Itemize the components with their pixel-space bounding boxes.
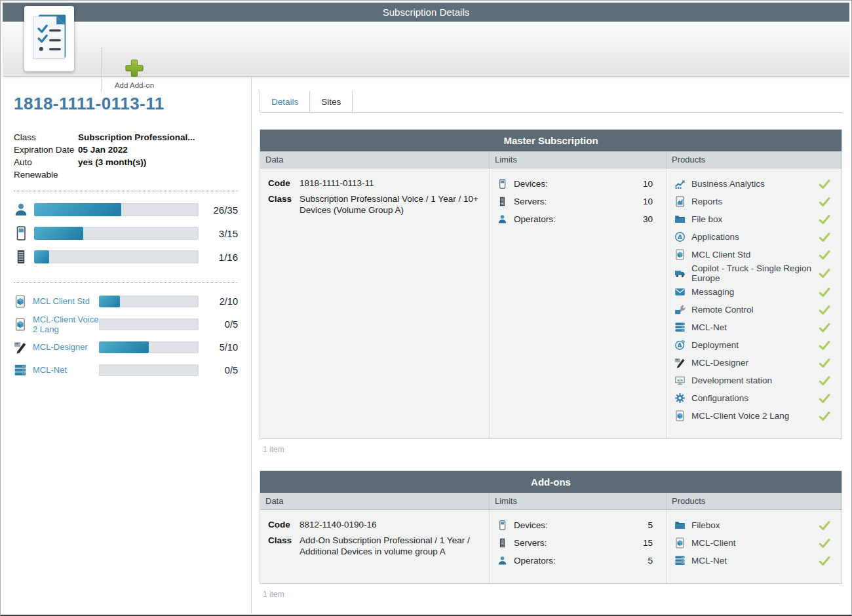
tab-details[interactable]: Details [260, 91, 310, 112]
usage-bar [34, 227, 199, 240]
limit-row: Servers: 15 [497, 534, 653, 552]
limit-row: Servers: 10 [497, 193, 653, 210]
sidebar-product-usage: MCL Client Std 2/10 MCL-Client Voice 2 L… [14, 283, 238, 381]
check-icon [818, 213, 831, 226]
product-usage-count: 2/10 [199, 296, 238, 307]
check-icon [818, 231, 831, 244]
product-link[interactable]: MCL-Designer [33, 342, 99, 352]
limit-label: Operators: [514, 556, 648, 566]
report-icon [674, 196, 686, 207]
check-icon [818, 392, 831, 405]
gear-icon [674, 393, 686, 404]
product-link[interactable]: MCL-Client Voice 2 Lang [33, 315, 99, 334]
check-icon [818, 356, 831, 370]
product-usage-count: 0/5 [199, 365, 238, 375]
check-icon [818, 321, 831, 334]
sidebar: 1818-1111-0113-11 Class Subscription Pro… [1, 77, 252, 613]
check-icon [818, 267, 831, 280]
svg-text:A: A [678, 342, 682, 349]
product-row: MCL-Client Voice 2 Lang [674, 407, 831, 425]
window-titlebar: Subscription Details [3, 3, 849, 22]
usage-summary: 26/35 3/15 [14, 191, 238, 273]
tab-sites[interactable]: Sites [310, 91, 353, 112]
usage-row: 1/16 [14, 245, 238, 269]
product-usage-row: MCL Client Std 2/10 [14, 290, 238, 313]
cube-icon [674, 410, 686, 421]
info-value: Subscription Professional... [78, 131, 195, 144]
product-usage-bar [99, 296, 199, 307]
cube-icon [14, 295, 27, 308]
limit-value: 10 [643, 179, 653, 189]
chart-icon [674, 178, 686, 189]
limit-label: Servers: [514, 538, 643, 548]
net-icon [14, 364, 27, 377]
product-label: MCL Client Std [691, 250, 818, 260]
addon-data-cell: Code 8812-1140-0190-16 Class Add-On Subs… [260, 510, 490, 583]
remote-icon [674, 304, 686, 315]
product-usage-count: 5/10 [199, 342, 238, 353]
folder-icon [674, 214, 686, 225]
svg-text:a/s: a/s [677, 378, 682, 382]
product-row: Copilot - Truck - Single Region Europe [674, 263, 831, 283]
server-icon [497, 197, 507, 206]
addons-column-headers: Data Limits Products [260, 493, 842, 510]
column-header-data: Data [260, 493, 490, 509]
cube-icon [674, 249, 686, 260]
product-row: Messaging [674, 283, 831, 301]
product-row: a/s Development station [674, 372, 831, 389]
product-link[interactable]: MCL-Net [33, 365, 99, 375]
svg-text:A: A [678, 234, 682, 241]
product-link[interactable]: MCL Client Std [33, 296, 99, 306]
product-row: Configurations [674, 389, 831, 407]
limit-value: 30 [643, 214, 653, 224]
operator-icon [497, 556, 507, 566]
product-label: MCL-Client Voice 2 Lang [691, 411, 818, 421]
cube-icon [674, 537, 686, 549]
net-icon [674, 322, 686, 333]
product-usage-row: MCL-Client Voice 2 Lang 0/5 [14, 313, 238, 336]
pen-icon [14, 341, 27, 354]
device-icon [497, 179, 507, 189]
check-icon [818, 303, 831, 317]
column-header-products: Products [667, 151, 842, 168]
master-subscription-title: Master Subscription [260, 130, 842, 151]
master-products-cell: Business Analytics Reports [667, 168, 842, 438]
usage-bar-fill [34, 203, 121, 216]
addon-row[interactable]: Code 8812-1140-0190-16 Class Add-On Subs… [260, 510, 842, 583]
product-label: Applications [691, 232, 818, 242]
product-row: A Deployment [674, 336, 831, 354]
info-row: Expiration Date 05 Jan 2022 [14, 144, 238, 156]
check-icon [818, 374, 831, 387]
product-label: File box [691, 214, 818, 224]
window-title: Subscription Details [383, 7, 470, 18]
code-label: Code [268, 178, 300, 189]
column-header-limits: Limits [490, 151, 667, 168]
class-label: Class [268, 535, 300, 557]
limit-value: 5 [648, 520, 653, 530]
deploy-icon: A [674, 339, 686, 351]
cube-icon [14, 318, 27, 331]
column-header-products: Products [667, 493, 842, 509]
toolbar: Add Add-on [3, 22, 849, 77]
product-label: Business Analytics [691, 179, 818, 189]
usage-row: 26/35 [14, 198, 238, 221]
check-icon [818, 410, 831, 423]
class-field: Class Add-On Subscription Professional /… [268, 535, 481, 557]
limit-label: Devices: [514, 520, 648, 530]
product-label: Reports [691, 197, 818, 206]
master-subscription-row[interactable]: Code 1818-1111-0113-11 Class Subscriptio… [260, 168, 842, 438]
device-icon [497, 520, 507, 530]
operator-icon [14, 202, 28, 217]
limit-label: Devices: [514, 179, 643, 189]
product-label: Filebox [691, 520, 818, 530]
usage-count: 26/35 [199, 204, 238, 216]
class-value: Add-On Subscription Professional / 1 Yea… [300, 535, 481, 557]
truck-icon [674, 268, 686, 279]
column-header-data: Data [260, 151, 490, 168]
product-row: MCL-Designer [674, 354, 831, 372]
info-label: Class [14, 131, 78, 144]
product-label: Deployment [691, 340, 818, 350]
product-label: MCL-Net [691, 556, 818, 566]
folder-icon [674, 520, 686, 531]
devstation-icon: a/s [674, 375, 686, 386]
